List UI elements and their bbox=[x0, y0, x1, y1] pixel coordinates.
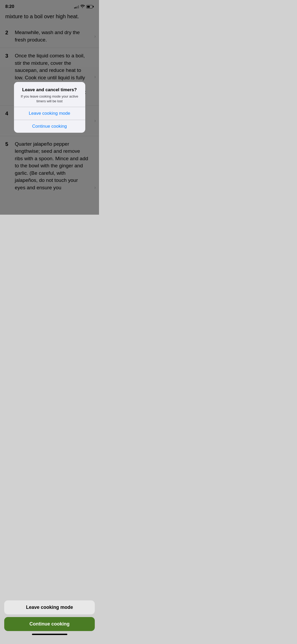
modal-title: Leave and cancel timers? bbox=[18, 87, 81, 93]
confirmation-modal: Leave and cancel timers? If you leave co… bbox=[14, 82, 85, 133]
modal-overlay: Leave and cancel timers? If you leave co… bbox=[0, 0, 99, 215]
modal-message: If you leave cooking mode your active ti… bbox=[18, 94, 81, 104]
modal-leave-button[interactable]: Leave cooking mode bbox=[14, 107, 85, 120]
modal-header: Leave and cancel timers? If you leave co… bbox=[14, 82, 85, 107]
modal-continue-button[interactable]: Continue cooking bbox=[14, 120, 85, 133]
